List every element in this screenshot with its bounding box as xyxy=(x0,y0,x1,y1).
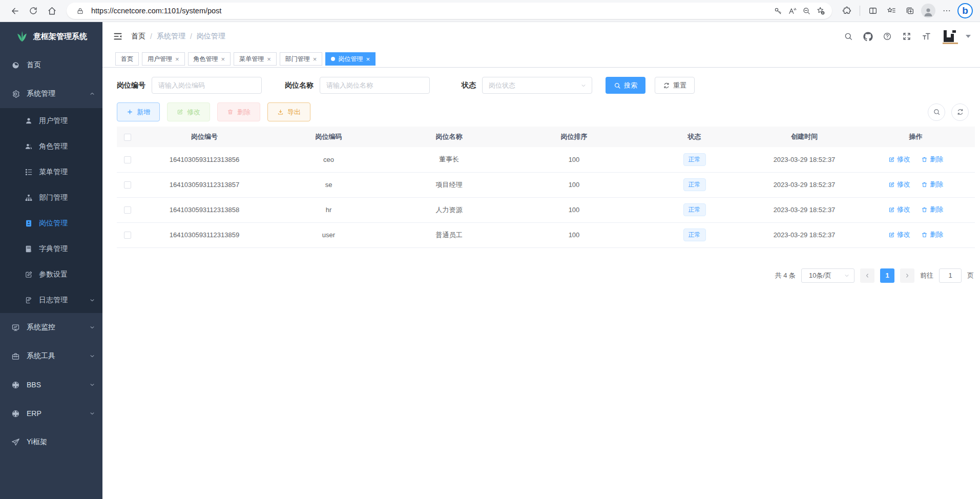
refresh-reset-icon xyxy=(663,82,670,89)
tab-menus[interactable]: 菜单管理 × xyxy=(234,52,277,66)
status-select[interactable]: 岗位状态 xyxy=(482,77,592,94)
table-row[interactable]: 1641030593112313858 hr 人力资源 100 正常 2023-… xyxy=(117,197,975,222)
gear-icon xyxy=(11,90,20,98)
fullscreen-icon[interactable] xyxy=(899,29,914,44)
read-aloud-icon[interactable] xyxy=(785,4,799,18)
bing-chat-icon[interactable]: b xyxy=(956,3,974,19)
close-icon[interactable]: × xyxy=(366,56,370,63)
header-search-icon[interactable] xyxy=(841,29,856,44)
log-document-icon xyxy=(25,296,33,304)
sidebar-item-yi-framework[interactable]: Yi框架 xyxy=(0,428,102,456)
delete-button-disabled[interactable]: 删除 xyxy=(217,102,260,121)
github-icon[interactable] xyxy=(860,29,875,44)
tab-label: 角色管理 xyxy=(194,55,218,64)
refresh-icon[interactable] xyxy=(25,3,42,19)
browser-menu-icon[interactable] xyxy=(938,3,955,19)
favorite-star-icon[interactable] xyxy=(814,4,828,18)
tab-home[interactable]: 首页 xyxy=(115,52,139,66)
close-icon[interactable]: × xyxy=(267,56,271,63)
row-delete-link[interactable]: 删除 xyxy=(921,180,943,189)
sidebar-item-bbs[interactable]: BBS xyxy=(0,370,102,399)
refresh-table-icon[interactable] xyxy=(951,103,969,121)
sidebar-item-menus[interactable]: 菜单管理 xyxy=(0,159,102,185)
sidebar-item-erp[interactable]: ERP xyxy=(0,399,102,428)
collections-icon[interactable] xyxy=(901,3,919,19)
profile-avatar[interactable] xyxy=(920,3,937,19)
avatar-caret-icon[interactable] xyxy=(966,35,971,38)
page-number-current[interactable]: 1 xyxy=(880,268,894,283)
cell-post-id: 1641030593112313856 xyxy=(138,147,270,172)
trash-icon xyxy=(921,181,928,188)
row-edit-link[interactable]: 修改 xyxy=(888,155,910,164)
export-button[interactable]: 导出 xyxy=(267,102,310,121)
row-edit-link[interactable]: 修改 xyxy=(888,205,910,214)
column-header-sort: 岗位排序 xyxy=(511,127,637,147)
back-icon[interactable] xyxy=(6,3,24,19)
sidebar-item-logs[interactable]: 日志管理 xyxy=(0,287,102,313)
toolbox-icon xyxy=(11,352,20,361)
table-row[interactable]: 1641030593112313859 user 普通员工 100 正常 202… xyxy=(117,222,975,247)
next-page-button[interactable] xyxy=(900,268,914,283)
key-icon[interactable] xyxy=(770,4,785,18)
extensions-icon[interactable] xyxy=(838,3,856,19)
row-delete-link[interactable]: 删除 xyxy=(921,205,943,214)
close-icon[interactable]: × xyxy=(313,56,317,63)
close-icon[interactable]: × xyxy=(221,56,225,63)
add-button[interactable]: 新增 xyxy=(117,102,160,121)
goto-label: 前往 xyxy=(920,271,933,280)
delete-button-label: 删除 xyxy=(237,108,251,117)
close-icon[interactable]: × xyxy=(175,56,179,63)
row-delete-link[interactable]: 删除 xyxy=(921,155,943,164)
font-size-icon[interactable] xyxy=(919,29,934,44)
row-checkbox[interactable] xyxy=(124,156,131,163)
goto-page-input[interactable] xyxy=(939,268,962,283)
row-edit-link[interactable]: 修改 xyxy=(888,230,910,239)
tab-users[interactable]: 用户管理 × xyxy=(142,52,185,66)
sidebar-item-label: 部门管理 xyxy=(39,193,68,202)
row-checkbox[interactable] xyxy=(124,232,131,239)
url-text[interactable]: https://ccnetcore.com:1101/system/post xyxy=(87,7,770,15)
tab-departments[interactable]: 部门管理 × xyxy=(280,52,323,66)
app-frame: 意框架管理系统 首页 系统管理 xyxy=(0,22,980,499)
table-row[interactable]: 1641030593112313857 se 项目经理 100 正常 2023-… xyxy=(117,172,975,197)
avatar-underline xyxy=(943,43,958,44)
tab-label: 菜单管理 xyxy=(239,55,264,64)
sidebar-item-tools[interactable]: 系统工具 xyxy=(0,342,102,370)
sidebar-item-monitoring[interactable]: 系统监控 xyxy=(0,313,102,342)
sidebar-item-posts[interactable]: 岗位管理 xyxy=(0,211,102,236)
favorites-bar-icon[interactable] xyxy=(883,3,900,19)
breadcrumb-home[interactable]: 首页 xyxy=(131,32,145,41)
split-screen-icon[interactable] xyxy=(864,3,882,19)
row-checkbox[interactable] xyxy=(124,181,131,189)
page-size-select[interactable]: 10条/页 xyxy=(801,268,854,283)
sidebar-item-departments[interactable]: 部门管理 xyxy=(0,185,102,211)
user-avatar-logo[interactable] xyxy=(942,29,958,44)
sidebar-item-dictionary[interactable]: 字典管理 xyxy=(0,236,102,262)
search-button[interactable]: 搜索 xyxy=(606,77,645,94)
row-edit-link[interactable]: 修改 xyxy=(888,180,910,189)
tab-posts-active[interactable]: 岗位管理 × xyxy=(325,52,376,66)
sidebar-item-users[interactable]: 用户管理 xyxy=(0,108,102,134)
zoom-out-icon[interactable] xyxy=(799,4,814,18)
address-bar[interactable]: https://ccnetcore.com:1101/system/post xyxy=(67,3,832,19)
select-all-checkbox[interactable] xyxy=(124,134,131,141)
sidebar-item-system[interactable]: 系统管理 xyxy=(0,79,102,108)
row-delete-link[interactable]: 删除 xyxy=(921,230,943,239)
row-checkbox[interactable] xyxy=(124,206,131,214)
post-name-input[interactable] xyxy=(320,77,430,94)
app-title: 意框架管理系统 xyxy=(33,32,87,41)
tab-roles[interactable]: 角色管理 × xyxy=(188,52,231,66)
sidebar-item-roles[interactable]: 角色管理 xyxy=(0,134,102,159)
sidebar-item-parameters[interactable]: 参数设置 xyxy=(0,262,102,287)
sidebar-item-home[interactable]: 首页 xyxy=(0,51,102,79)
post-code-input[interactable] xyxy=(152,77,262,94)
toggle-search-icon[interactable] xyxy=(928,103,945,121)
prev-page-button[interactable] xyxy=(860,268,874,283)
edit-button-disabled[interactable]: 修改 xyxy=(167,102,210,121)
table-row[interactable]: 1641030593112313856 ceo 董事长 100 正常 2023-… xyxy=(117,147,975,172)
sidebar-collapse-icon[interactable] xyxy=(113,31,123,41)
home-icon[interactable] xyxy=(43,3,60,19)
help-icon[interactable] xyxy=(880,29,895,44)
app-logo: 意框架管理系统 xyxy=(0,22,102,51)
reset-button[interactable]: 重置 xyxy=(655,77,695,94)
